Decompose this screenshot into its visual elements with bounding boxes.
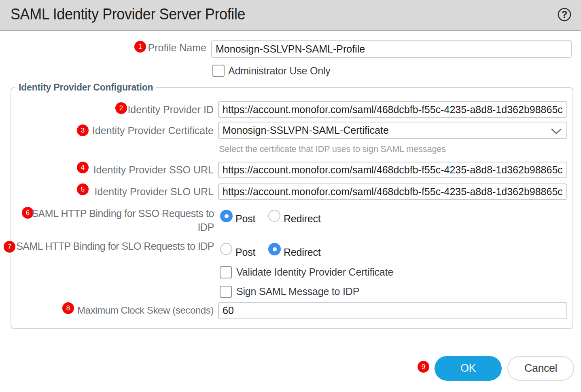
svg-text:?: ? [562, 9, 568, 20]
